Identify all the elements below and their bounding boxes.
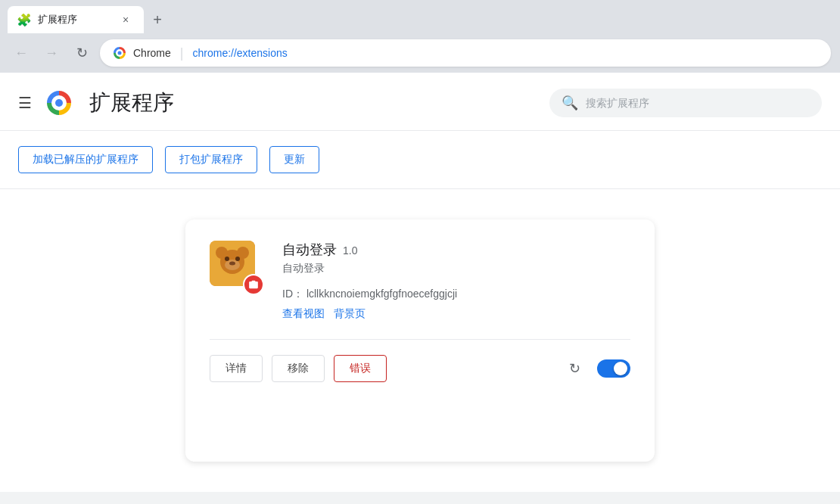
address-url: chrome://extensions [192,47,287,59]
background-page-link[interactable]: 背景页 [334,307,366,321]
extensions-list: 自动登录 1.0 自动登录 ID： lcllkkncnoiemgkfgfgfno… [0,189,840,492]
extension-name: 自动登录 [282,241,337,259]
page-title: 扩展程序 [89,89,174,117]
reload-extension-button[interactable]: ↻ [561,355,588,382]
url-bar[interactable]: Chrome | chrome://extensions [100,39,831,67]
tab-close-button[interactable]: × [118,12,133,27]
svg-point-12 [225,257,229,261]
detail-button[interactable]: 详情 [210,355,263,382]
load-extension-button[interactable]: 加载已解压的扩展程序 [18,146,153,173]
extension-id-label: ID： [282,288,303,300]
extension-id-section: ID： lcllkkncnoiemgkfgfgfnoecefggjcji 查看视… [282,288,630,321]
hamburger-menu-button[interactable]: ☰ [18,94,32,112]
svg-point-14 [229,262,235,266]
back-button[interactable]: ← [9,41,33,65]
forward-button[interactable]: → [39,41,64,65]
address-bar: ← → ↻ Chrome [0,33,840,73]
svg-point-6 [55,99,63,107]
extension-icon-badge [243,274,264,295]
extensions-toolbar: 加载已解压的扩展程序 打包扩展程序 更新 [0,131,840,189]
chrome-logo-icon [112,45,127,61]
extension-id-value: lcllkkncnoiemgkfgfgfnoecefggjcji [306,288,457,300]
address-brand: Chrome [133,47,171,59]
extension-description: 自动登录 [282,262,630,275]
svg-point-13 [235,257,240,261]
svg-point-3 [118,51,122,55]
extension-card-actions: 详情 移除 错误 ↻ [210,339,630,382]
address-separator: | [180,45,184,61]
extension-card: 自动登录 1.0 自动登录 ID： lcllkkncnoiemgkfgfgfno… [185,219,655,462]
extension-info: 自动登录 1.0 自动登录 ID： lcllkkncnoiemgkfgfgfno… [282,241,630,321]
search-box[interactable]: 🔍 [549,89,822,117]
browser-tab[interactable]: 🧩 扩展程序 × [8,6,144,33]
search-input[interactable] [586,97,810,109]
extension-toggle[interactable] [597,359,630,378]
chrome-logo-large-icon [44,88,74,118]
back-icon: ← [14,45,28,61]
pack-extension-button[interactable]: 打包扩展程序 [165,146,257,173]
reload-icon: ↻ [569,360,580,377]
refresh-button[interactable]: ↻ [70,41,94,65]
toggle-slider [597,359,630,378]
extension-version: 1.0 [343,244,357,257]
update-extension-button[interactable]: 更新 [269,146,319,173]
view-views-link[interactable]: 查看视图 [282,307,325,321]
refresh-nav-icon: ↻ [76,45,88,61]
tab-extension-icon: 🧩 [17,13,32,27]
extensions-header: ☰ 扩展程序 🔍 [0,73,840,131]
forward-icon: → [45,45,58,61]
error-button[interactable]: 错误 [334,355,387,382]
new-tab-button[interactable]: + [147,9,168,30]
search-icon: 🔍 [562,95,578,111]
tab-title: 扩展程序 [38,13,112,26]
remove-button[interactable]: 移除 [272,355,325,382]
extension-icon-wrap [210,241,264,295]
